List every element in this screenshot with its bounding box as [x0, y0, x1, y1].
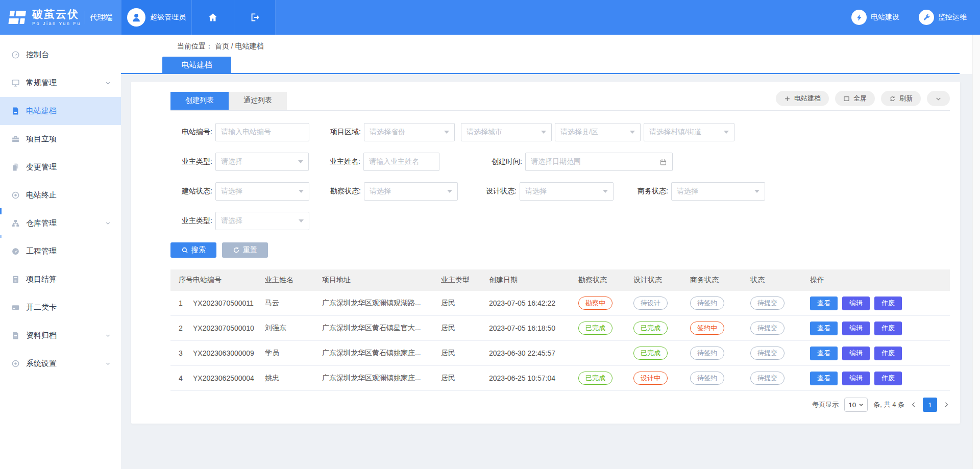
top-header: 破茧云伏 Po Jian Yun Fu 代理端 超级管理员 电 [0, 0, 980, 35]
status-badge: 待提交 [750, 372, 785, 385]
sidebar-item-warehouse-mgmt[interactable]: 仓库管理 [0, 209, 121, 237]
cell-owner-name: 学员 [265, 349, 322, 358]
placeholder: 请输入电站编号 [221, 128, 271, 137]
cell-seq: 3 [179, 349, 193, 357]
design-status-select[interactable]: 请选择 [520, 182, 614, 201]
header-right-nav: 电站建设 监控运维 [851, 0, 980, 35]
col-seq: 序号 [179, 276, 193, 285]
design-status-badge: 设计中 [633, 372, 668, 385]
sidebar-item-change-mgmt[interactable]: 变更管理 [0, 153, 121, 181]
sidebar-item-console[interactable]: 控制台 [0, 41, 121, 69]
void-button[interactable]: 作废 [874, 297, 902, 310]
sidebar-item-data-archive[interactable]: 资料归档 [0, 322, 121, 350]
cell-address: 广东深圳龙华区黄石镇姚家庄... [322, 349, 441, 358]
filter-row-4: 业主类型: 请选择 [170, 212, 950, 230]
table-row: 1 YX2023070500011 马云 广东深圳龙华区观澜镇观湖路... 居民… [170, 291, 950, 316]
business-status-select[interactable]: 请选择 [671, 182, 765, 201]
nav-monitor-ops[interactable]: 监控运维 [919, 10, 967, 25]
status-badge: 待提交 [750, 347, 785, 360]
home-button[interactable] [191, 0, 234, 35]
col-status: 状态 [750, 276, 810, 285]
owner-type-label: 业主类型: [177, 157, 212, 166]
caret-down-icon [298, 160, 303, 163]
sidebar-item-station-archive[interactable]: 电站建档 [0, 97, 121, 125]
chevron-down-icon [105, 333, 111, 338]
design-status-badge: 已完成 [633, 347, 668, 360]
view-button[interactable]: 查看 [810, 297, 838, 310]
nav-monitor-ops-label: 监控运维 [938, 13, 967, 22]
col-station-no: 电站编号 [193, 276, 265, 285]
tab-create-list[interactable]: 创建列表 [170, 92, 229, 110]
design-status-badge: 已完成 [633, 322, 668, 335]
placeholder: 请选择 [221, 216, 242, 226]
void-button[interactable]: 作废 [874, 347, 902, 360]
station-no-input[interactable]: 请输入电站编号 [215, 123, 309, 141]
tab-passed-list[interactable]: 通过列表 [229, 92, 287, 110]
edit-button[interactable]: 编辑 [842, 347, 870, 360]
sidebar-item-open-card[interactable]: 开二类卡 [0, 293, 121, 322]
reset-label: 重置 [243, 245, 257, 255]
sidebar-item-engineering-mgmt[interactable]: 工程管理 [0, 237, 121, 265]
business-status-badge: 待签约 [690, 297, 724, 310]
province-select[interactable]: 请选择省份 [364, 123, 455, 141]
edit-button[interactable]: 编辑 [842, 372, 870, 385]
breadcrumb-prefix: 当前位置： [177, 42, 213, 50]
page-tab-station-archive[interactable]: 电站建档 [162, 57, 231, 73]
vertical-scrollbar[interactable] [972, 35, 980, 469]
search-button[interactable]: 搜索 [170, 242, 216, 258]
gauge-icon [11, 247, 20, 256]
owner-type2-select[interactable]: 请选择 [215, 212, 309, 230]
edit-button[interactable]: 编辑 [842, 297, 870, 310]
owner-name-input[interactable]: 请输入业主姓名 [363, 153, 439, 171]
caret-down-icon [859, 402, 864, 407]
void-button[interactable]: 作废 [874, 372, 902, 385]
cell-owner-type: 居民 [441, 374, 489, 383]
collapse-button[interactable] [927, 91, 950, 106]
refresh-button[interactable]: 刷新 [881, 91, 921, 106]
cell-owner-name: 马云 [265, 299, 322, 308]
sidebar-item-project-settlement[interactable]: 项目结算 [0, 265, 121, 293]
search-label: 搜索 [191, 245, 206, 255]
create-time-range-input[interactable]: 请选择日期范围 [525, 153, 673, 171]
sidebar-item-label: 工程管理 [26, 246, 57, 256]
nav-station-build[interactable]: 电站建设 [851, 10, 899, 25]
add-station-button[interactable]: 电站建档 [776, 91, 829, 106]
county-select[interactable]: 请选择县/区 [555, 123, 641, 141]
view-button[interactable]: 查看 [810, 372, 838, 385]
next-page-button[interactable] [943, 401, 950, 408]
sidebar-item-project-initiation[interactable]: 项目立项 [0, 125, 121, 153]
sidebar-item-system-settings[interactable]: 系统设置 [0, 350, 121, 378]
fullscreen-button[interactable]: 全屏 [835, 91, 875, 106]
owner-type-select[interactable]: 请选择 [215, 153, 309, 171]
prev-page-button[interactable] [910, 401, 917, 408]
current-user[interactable]: 超级管理员 [121, 0, 191, 35]
village-select[interactable]: 请选择村镇/街道 [644, 123, 734, 141]
dashboard-icon [11, 51, 20, 59]
create-time-label: 创建时间: [486, 157, 522, 166]
void-button[interactable]: 作废 [874, 322, 902, 335]
survey-status-select[interactable]: 请选择 [364, 182, 458, 201]
edit-button[interactable]: 编辑 [842, 322, 870, 335]
build-status-select[interactable]: 请选择 [215, 182, 309, 201]
sidebar-item-station-termination[interactable]: 电站终止 [0, 181, 121, 209]
copy-icon [11, 163, 20, 171]
sidebar-item-label: 系统设置 [26, 359, 57, 368]
sidebar-item-label: 项目结算 [26, 275, 57, 284]
per-page-select[interactable]: 10 [844, 398, 868, 412]
city-select[interactable]: 请选择城市 [461, 123, 552, 141]
cell-owner-name: 刘强东 [265, 324, 322, 333]
view-button[interactable]: 查看 [810, 322, 838, 335]
logout-button[interactable] [234, 0, 276, 35]
cell-created: 2023-07-05 16:18:50 [489, 324, 578, 332]
view-button[interactable]: 查看 [810, 347, 838, 360]
placeholder: 请选择 [221, 157, 242, 166]
filter-row-3: 建站状态: 请选择 勘察状态: 请选择 设计状态: 请选择 商务状态: 请选择 [170, 182, 950, 201]
per-page-value: 10 [849, 401, 856, 409]
reset-button[interactable]: 重置 [222, 242, 268, 258]
logout-icon [250, 12, 260, 22]
sidebar-item-label: 电站终止 [26, 190, 57, 200]
build-status-label: 建站状态: [177, 187, 212, 196]
breadcrumb-home-link[interactable]: 首页 [215, 42, 229, 50]
sidebar-item-general-mgmt[interactable]: 常规管理 [0, 69, 121, 97]
page-number-button[interactable]: 1 [923, 398, 937, 412]
